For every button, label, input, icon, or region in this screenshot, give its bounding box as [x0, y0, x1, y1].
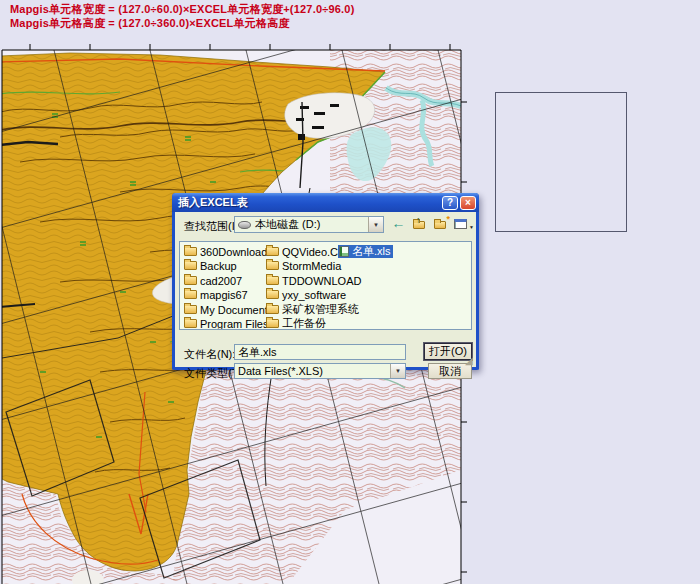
dialog-title: 插入EXCEL表	[178, 195, 440, 210]
insert-excel-dialog: 插入EXCEL表 ? × 查找范围(I): 本地磁盘 (D:) ▼ ← ↑ * …	[172, 193, 479, 370]
file-label: Program Files	[200, 318, 268, 330]
help-button[interactable]: ?	[442, 196, 458, 210]
list-item[interactable]: yxy_software	[266, 288, 346, 301]
combo-dropdown-arrow[interactable]: ▼	[368, 217, 383, 232]
look-in-label: 查找范围(I):	[184, 219, 241, 234]
folder-icon	[266, 319, 279, 328]
folder-icon	[266, 276, 279, 285]
folder-icon	[184, 305, 197, 314]
file-type-combo[interactable]: Data Files(*.XLS) ▼	[234, 363, 406, 379]
list-item[interactable]: Program Files	[184, 317, 268, 330]
dialog-titlebar[interactable]: 插入EXCEL表 ? ×	[172, 193, 479, 212]
map-element-rectangle	[495, 92, 627, 232]
caret-down-icon: ▼	[469, 224, 474, 230]
list-item[interactable]: StormMedia	[266, 259, 341, 272]
formula-line-2: Mapgis单元格高度 = (127.0÷360.0)×EXCEL单元格高度	[10, 17, 355, 31]
file-label: StormMedia	[282, 260, 341, 272]
selected-file-label: 名单.xls	[352, 244, 393, 259]
file-label: 采矿权管理系统	[282, 302, 359, 317]
file-label: yxy_software	[282, 289, 346, 301]
list-item[interactable]: 工作备份	[266, 317, 326, 330]
list-item[interactable]: TDDOWNLOAD	[266, 274, 361, 287]
combo-dropdown-arrow[interactable]: ▼	[390, 364, 405, 378]
file-name-input[interactable]: 名单.xls	[234, 344, 406, 360]
look-in-combo[interactable]: 本地磁盘 (D:) ▼	[234, 216, 384, 233]
list-item[interactable]: cad2007	[184, 274, 242, 287]
new-folder-icon[interactable]: *	[432, 216, 449, 232]
disk-icon	[238, 221, 251, 229]
file-label: mapgis67	[200, 289, 248, 301]
formula-note: Mapgis单元格宽度 = (127.0÷60.0)×EXCEL单元格宽度+(1…	[10, 3, 355, 30]
back-icon[interactable]: ←	[390, 216, 407, 232]
file-list[interactable]: 360Downloads Backup cad2007 mapgis67 My …	[179, 241, 472, 330]
look-in-value: 本地磁盘 (D:)	[255, 217, 320, 232]
file-name-label: 文件名(N):	[184, 347, 235, 362]
folder-icon	[266, 290, 279, 299]
file-label: 360Downloads	[200, 246, 273, 258]
up-one-level-icon[interactable]: ↑	[411, 216, 428, 232]
list-item[interactable]: 采矿权管理系统	[266, 303, 359, 316]
grid-icon	[454, 219, 467, 229]
folder-icon	[434, 221, 446, 229]
up-arrow-icon: ↑	[416, 215, 421, 225]
file-label: TDDOWNLOAD	[282, 275, 361, 287]
file-type-value: Data Files(*.XLS)	[238, 365, 323, 377]
folder-icon	[266, 305, 279, 314]
folder-icon	[266, 247, 279, 256]
close-button[interactable]: ×	[460, 196, 476, 210]
list-item[interactable]: mapgis67	[184, 288, 248, 301]
selected-list-item[interactable]: 名单.xls	[338, 245, 393, 258]
excel-file-icon	[339, 246, 349, 257]
file-label: cad2007	[200, 275, 242, 287]
formula-line-1: Mapgis单元格宽度 = (127.0÷60.0)×EXCEL单元格宽度+(1…	[10, 3, 355, 17]
resize-grip[interactable]: ◢	[465, 355, 477, 367]
list-item[interactable]: 360Downloads	[184, 245, 273, 258]
folder-icon	[184, 261, 197, 270]
file-label: Backup	[200, 260, 237, 272]
folder-icon	[184, 319, 197, 328]
list-item[interactable]: My Documents	[184, 303, 273, 316]
file-label: My Documents	[200, 304, 273, 316]
folder-icon	[184, 247, 197, 256]
dialog-body: 查找范围(I): 本地磁盘 (D:) ▼ ← ↑ * ▼ 360Download…	[174, 212, 477, 367]
list-item[interactable]: Backup	[184, 259, 237, 272]
sparkle-icon: *	[446, 214, 450, 224]
file-name-value: 名单.xls	[238, 345, 277, 360]
folder-icon	[184, 276, 197, 285]
view-menu-icon[interactable]: ▼	[453, 216, 470, 232]
folder-icon	[184, 290, 197, 299]
folder-icon	[266, 261, 279, 270]
file-label: 工作备份	[282, 316, 326, 330]
